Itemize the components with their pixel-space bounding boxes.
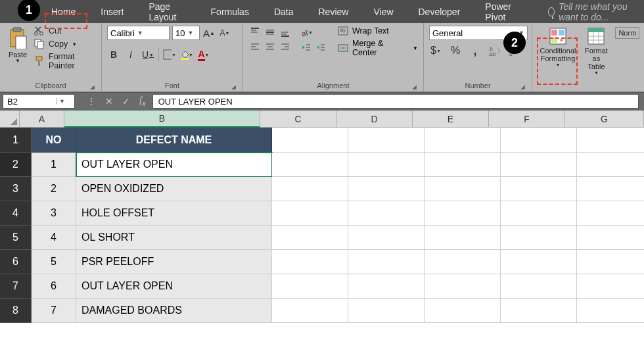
formula-bar[interactable]: OUT LAYER OPEN	[152, 94, 639, 109]
cell-no[interactable]: 1	[32, 153, 76, 177]
cell[interactable]	[425, 153, 501, 177]
cell[interactable]	[272, 177, 348, 201]
align-center-button[interactable]	[264, 41, 277, 54]
tell-me-search[interactable]: Tell me what you want to do...	[548, 1, 644, 22]
cell-defect[interactable]: OPEN OXIDIZED	[76, 177, 272, 201]
row-header-5[interactable]: 5	[0, 226, 32, 250]
align-left-button[interactable]	[248, 41, 262, 54]
increase-indent-button[interactable]	[314, 41, 327, 54]
tab-review[interactable]: Review	[313, 3, 354, 21]
cell[interactable]	[425, 299, 501, 323]
cell[interactable]	[348, 128, 425, 153]
row-header-4[interactable]: 4	[0, 201, 32, 226]
header-cell-defect[interactable]: DEFECT NAME	[76, 128, 272, 153]
cell[interactable]	[501, 128, 577, 153]
shrink-font-button[interactable]: A▼	[218, 26, 231, 39]
cell[interactable]	[348, 177, 425, 201]
conditional-formatting-button[interactable]: ≠ Conditional Formatting▼	[538, 26, 578, 69]
tab-home[interactable]: Home	[46, 3, 81, 21]
col-header-a[interactable]: A	[20, 110, 64, 128]
cell[interactable]	[577, 201, 644, 226]
format-as-table-button[interactable]: Format as Table▼	[582, 26, 610, 77]
tab-developer[interactable]: Developer	[413, 3, 466, 21]
row-header-8[interactable]: 8	[0, 299, 32, 323]
cell[interactable]	[577, 299, 644, 323]
col-header-f[interactable]: F	[489, 110, 565, 128]
accounting-format-button[interactable]: $▼	[429, 44, 442, 57]
cell[interactable]	[501, 250, 577, 274]
cell[interactable]	[348, 201, 425, 226]
cell[interactable]	[425, 274, 501, 299]
cell[interactable]	[577, 250, 644, 274]
select-all-corner[interactable]	[0, 110, 20, 128]
col-header-b[interactable]: B	[64, 110, 260, 128]
increase-decimal-button[interactable]: .0.00	[488, 44, 501, 57]
italic-button[interactable]: I	[124, 48, 137, 61]
font-color-button[interactable]: A▼	[197, 48, 210, 61]
fill-color-button[interactable]: ▼	[180, 48, 193, 61]
comma-format-button[interactable]: ,	[469, 44, 482, 57]
tab-formulas[interactable]: Formulas	[206, 3, 254, 21]
row-header-7[interactable]: 7	[0, 274, 32, 299]
row-header-6[interactable]: 6	[0, 250, 32, 274]
font-name-combo[interactable]: Calibri▼	[107, 26, 170, 40]
name-box[interactable]: ▼	[3, 94, 75, 109]
cell-defect[interactable]: OUT LAYER OPEN	[76, 274, 272, 299]
cell[interactable]	[348, 299, 425, 323]
tab-insert[interactable]: Insert	[95, 3, 129, 21]
cell[interactable]	[272, 226, 348, 250]
cell-defect[interactable]: DAMAGED BOARDS	[76, 299, 272, 323]
cell[interactable]	[272, 128, 348, 153]
font-size-combo[interactable]: 10▼	[172, 26, 200, 40]
cell-no[interactable]: 3	[32, 201, 76, 226]
cell[interactable]	[577, 177, 644, 201]
cell[interactable]	[348, 274, 425, 299]
percent-format-button[interactable]: %	[449, 44, 462, 57]
align-bottom-button[interactable]	[279, 26, 292, 39]
dialog-launcher-icon[interactable]: ◢	[231, 84, 236, 90]
decrease-indent-button[interactable]	[300, 41, 313, 54]
align-top-button[interactable]	[248, 26, 262, 39]
fx-icon[interactable]: fx	[139, 95, 146, 107]
col-header-g[interactable]: G	[565, 110, 644, 128]
cell-defect[interactable]: OUT LAYER OPEN	[76, 153, 272, 177]
tab-view[interactable]: View	[368, 3, 398, 21]
borders-button[interactable]: ▼	[163, 48, 176, 61]
cell-no[interactable]: 6	[32, 274, 76, 299]
col-header-c[interactable]: C	[260, 110, 336, 128]
cell[interactable]	[501, 274, 577, 299]
cell[interactable]	[425, 226, 501, 250]
cell[interactable]	[501, 226, 577, 250]
cell-no[interactable]: 4	[32, 226, 76, 250]
copy-button[interactable]: Copy ▼	[34, 39, 96, 49]
cell[interactable]	[272, 201, 348, 226]
underline-button[interactable]: U▼	[141, 48, 154, 61]
cell-defect[interactable]: OL SHORT	[76, 226, 272, 250]
align-right-button[interactable]	[279, 41, 292, 54]
col-header-d[interactable]: D	[336, 110, 413, 128]
merge-center-button[interactable]: Merge & Center ▼	[338, 39, 418, 57]
cell[interactable]	[501, 299, 577, 323]
cut-button[interactable]: Cut	[34, 26, 96, 36]
name-box-input[interactable]	[3, 97, 56, 107]
row-header-1[interactable]: 1	[0, 128, 32, 153]
cancel-formula-icon[interactable]: ✕	[105, 96, 113, 107]
cell[interactable]	[501, 153, 577, 177]
enter-formula-icon[interactable]: ✓	[122, 96, 130, 107]
cell[interactable]	[501, 201, 577, 226]
chevron-down-icon[interactable]: ▼	[56, 98, 68, 105]
formula-options-icon[interactable]: ⋮	[87, 96, 96, 107]
cell[interactable]	[425, 250, 501, 274]
cell[interactable]	[348, 226, 425, 250]
format-painter-button[interactable]: Format Painter	[34, 52, 96, 70]
paste-button[interactable]: Paste ▼	[5, 26, 30, 66]
cell[interactable]	[425, 201, 501, 226]
cell[interactable]	[577, 153, 644, 177]
dialog-launcher-icon[interactable]: ◢	[412, 84, 417, 90]
dialog-launcher-icon[interactable]: ◢	[90, 84, 95, 90]
cell[interactable]	[501, 177, 577, 201]
cell[interactable]	[272, 274, 348, 299]
wrap-text-button[interactable]: ab Wrap Text	[338, 26, 418, 36]
grow-font-button[interactable]: A▲	[202, 26, 216, 39]
cell[interactable]	[272, 153, 348, 177]
